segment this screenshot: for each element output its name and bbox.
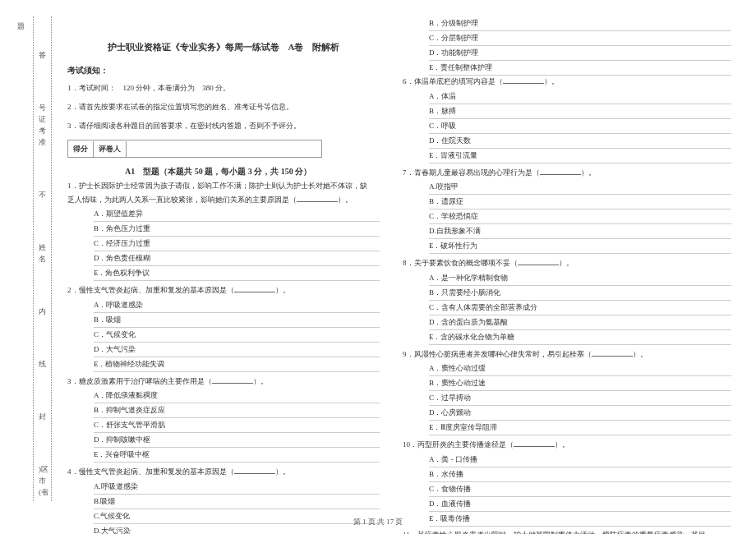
question-3: 3．糖皮质激素用于治疗哮喘的主要作用是（）。 A．降低痰液黏稠度 B．抑制气道炎… — [67, 375, 380, 463]
option: B．抑制气道炎症反应 — [94, 403, 380, 418]
answer-blank[interactable] — [540, 167, 581, 175]
exam-title: 护士职业资格证《专业实务》每周一练试卷 A卷 附解析 — [67, 41, 380, 53]
page-footer: 第 1 页 共 17 页 — [0, 517, 756, 527]
answer-blank[interactable] — [234, 466, 275, 474]
option: B．遗尿症 — [429, 195, 731, 209]
option: B．窦性心动过速 — [429, 376, 731, 391]
option: A．降低痰液黏稠度 — [94, 389, 380, 403]
question-6: 6．体温单底栏的填写内容是（）。 A．体温 B．脉搏 C．呼吸 D．住院天数 E… — [403, 76, 731, 163]
answer-blank[interactable] — [518, 257, 559, 265]
option: D.自我形象不满 — [429, 224, 731, 239]
option: C．过早搏动 — [429, 391, 731, 406]
option: C．分层制护理 — [429, 31, 731, 46]
question-9: 9．风湿性心脏病患者并发哪种心律失常时，易引起栓塞（）。 A．窦性心动过缓 B．… — [403, 348, 731, 436]
option: E．胃液引流量 — [429, 149, 731, 163]
option: E．植物神经功能失调 — [94, 357, 380, 372]
question-10: 10．丙型肝炎的主要传播途径是（）。 A．粪 - 口传播 B．水传播 C．食物传… — [403, 439, 731, 527]
option: E．兴奋呼吸中枢 — [94, 448, 380, 463]
answer-blank[interactable] — [212, 375, 253, 384]
option: D．心房颤动 — [429, 406, 731, 421]
option: A．呼吸道感染 — [94, 298, 380, 313]
section-a1-title: A1 型题（本题共 50 题，每小题 3 分，共 150 分） — [125, 166, 311, 177]
option: D．血液传播 — [429, 497, 731, 512]
grader-label: 评卷人 — [94, 141, 127, 157]
left-column: 护士职业资格证《专业实务》每周一练试卷 A卷 附解析 考试须知： 1．考试时间：… — [67, 16, 380, 534]
binding-margin-col2: 答 号证考准 不 姓名 内 线 封 )区市(省 密 — [39, 49, 48, 534]
option: A．是一种化学精制食物 — [429, 271, 731, 286]
notice-1: 1．考试时间： 120 分钟，本卷满分为 380 分。 — [67, 83, 380, 94]
option: E．Ⅲ度房室传导阻滞 — [429, 421, 731, 435]
question-11: 11．某病毒性心肌炎患者出院时，护士对其限制重体力活动，预防病毒的重复病毒感染，… — [403, 530, 731, 535]
option: C．含有人体需要的全部营养成分 — [429, 301, 731, 315]
option: A.咬指甲 — [429, 180, 731, 195]
option: D．住院天数 — [429, 134, 731, 149]
option: B．水传播 — [429, 467, 731, 482]
option: C．气候变化 — [94, 328, 380, 343]
option: A.呼吸道感染 — [94, 480, 380, 495]
notice-3: 3．请仔细阅读各种题目的回答要求，在密封线内答题，否则不予评分。 — [67, 121, 380, 131]
answer-blank[interactable] — [503, 76, 544, 84]
option: A．体温 — [429, 90, 731, 104]
option: C．食物传播 — [429, 482, 731, 497]
option: A．粪 - 口传播 — [429, 453, 731, 467]
question-8: 8．关于要素饮食的概念哪项不妥（）。 A．是一种化学精制食物 B．只需要经小肠消… — [403, 257, 731, 345]
option: D．角色责任模糊 — [94, 251, 380, 266]
option: E．责任制整体护理 — [429, 61, 731, 76]
answer-blank[interactable] — [234, 284, 275, 292]
right-column: B．分级制护理 C．分层制护理 D．功能制护理 E．责任制整体护理 6．体温单底… — [403, 16, 731, 534]
question-1: 1．护士长因际护士经常因为孩子请假，影响工作不满；陈护士则认为护士长对她不体谅，… — [67, 181, 380, 281]
option: B．脉搏 — [429, 104, 731, 119]
option: C．舒张支气管平滑肌 — [94, 418, 380, 433]
option: C．呼吸 — [429, 119, 731, 134]
option: E．破坏性行为 — [429, 239, 731, 254]
option: A．窦性心动过缓 — [429, 361, 731, 376]
option: D．抑制咳嗽中枢 — [94, 433, 380, 448]
binding-margin-col1: 题 — [15, 16, 26, 51]
option: B．只需要经小肠消化 — [429, 286, 731, 301]
option: D．功能制护理 — [429, 46, 731, 61]
option: D．大气污染 — [94, 343, 380, 357]
answer-blank[interactable] — [514, 439, 555, 447]
option: B．分级制护理 — [429, 16, 731, 31]
score-label: 得分 — [68, 141, 94, 157]
question-7: 7．青春期儿童最容易出现的心理行为是（）。 A.咬指甲 B．遗尿症 C．学校恐惧… — [403, 167, 731, 255]
option: B.吸烟 — [94, 495, 380, 509]
option: B．吸烟 — [94, 313, 380, 328]
option: E．角色权利争议 — [94, 266, 380, 281]
option: C．经济压力过重 — [94, 237, 380, 251]
notice-heading: 考试须知： — [67, 65, 380, 76]
answer-blank[interactable] — [297, 194, 338, 202]
option: E．含的碳水化合物为单糖 — [429, 330, 731, 345]
option: A．期望值差异 — [94, 207, 380, 222]
answer-blank[interactable] — [592, 348, 633, 357]
option: C．学校恐惧症 — [429, 209, 731, 224]
score-table: 得分 评卷人 — [67, 140, 322, 158]
question-2: 2．慢性支气管炎起病、加重和复发的基本原因是（）。 A．呼吸道感染 B．吸烟 C… — [67, 284, 380, 372]
notice-2: 2．请首先按要求在试卷的指定位置填写您的姓名、准考证号等信息。 — [67, 102, 380, 113]
option: D．含的蛋白质为氨基酸 — [429, 315, 731, 330]
option: B．角色压力过重 — [94, 222, 380, 237]
